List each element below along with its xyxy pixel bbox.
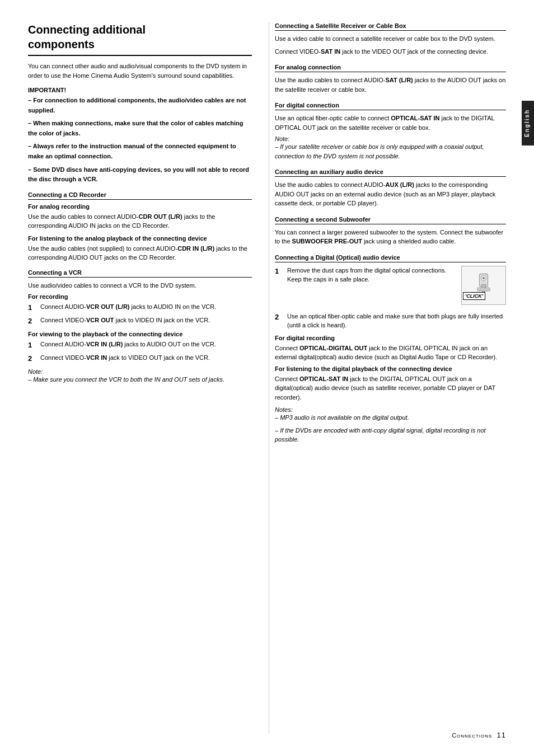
vcr-title: Connecting a VCR <box>28 269 252 278</box>
satellite-text: Connect VIDEO-SAT IN jack to the VIDEO O… <box>275 47 506 57</box>
important-label: IMPORTANT! <box>28 87 252 93</box>
viewing-item-2: 2 Connect VIDEO-VCR IN jack to VIDEO OUT… <box>28 353 252 364</box>
vcr-section: Connecting a VCR Use audio/video cables … <box>28 269 252 384</box>
digital-step-1-text: Remove the dust caps from the digital op… <box>287 266 456 284</box>
footer-page: 11 <box>497 731 506 739</box>
important-line-4: – Some DVD discs have anti-copying devic… <box>28 165 252 185</box>
language-tab: English <box>522 101 534 145</box>
satellite-intro: Use a video cable to connect a satellite… <box>275 34 506 44</box>
digital-note-text: – If your satellite receiver or cable bo… <box>275 142 506 161</box>
analog-recording-text: Use the audio cables to connect AUDIO-CD… <box>28 212 252 231</box>
optical-note-2: – If the DVDs are encoded with anti-copy… <box>275 426 506 444</box>
viewing-item-1: 1 Connect AUDIO-VCR IN (L/R) jacks to AU… <box>28 340 252 351</box>
important-box: IMPORTANT! – For connection to additiona… <box>28 87 252 185</box>
digital-note-label: Note: <box>275 135 506 142</box>
click-label: 'CLICK' <box>463 292 485 300</box>
footer: Connections 11 <box>452 731 506 739</box>
cd-recorder-section: Connecting a CD Recorder For analog reco… <box>28 191 252 262</box>
digital-step-2-text: Use an optical fiber-optic cable and mak… <box>287 312 506 330</box>
subwoofer-section: Connecting a second Subwoofer You can co… <box>275 216 506 246</box>
vcr-note-label: Note: <box>28 368 43 375</box>
analog-connection-title: For analog connection <box>275 64 506 72</box>
digital-step-2-list: 2 Use an optical fiber-optic cable and m… <box>275 312 506 330</box>
footer-label: Connections <box>452 732 492 739</box>
optical-connector-image: 'CLICK' <box>461 266 506 305</box>
optical-notes-label: Notes: <box>275 406 293 413</box>
recording-subtitle: For recording <box>28 293 252 300</box>
digital-optical-title: Connecting a Digital (Optical) audio dev… <box>275 254 506 262</box>
satellite-section: Connecting a Satellite Receiver or Cable… <box>275 22 506 56</box>
cd-recorder-title: Connecting a CD Recorder <box>28 191 252 200</box>
auxiliary-text: Use the audio cables to connect AUDIO-AU… <box>275 180 506 208</box>
digital-playback-subtitle: For listening to the digital playback of… <box>275 365 506 372</box>
auxiliary-section: Connecting an auxiliary audio device Use… <box>275 168 506 208</box>
optical-note-1: – MP3 audio is not available on the digi… <box>275 413 506 422</box>
digital-step-1: 1 Remove the dust caps from the digital … <box>275 266 456 284</box>
digital-optical-section: Connecting a Digital (Optical) audio dev… <box>275 254 506 444</box>
svg-rect-2 <box>477 288 490 291</box>
digital-playback-text: Connect OPTICAL-SAT IN jack to the DIGIT… <box>275 374 506 402</box>
right-column: Connecting a Satellite Receiver or Cable… <box>269 22 506 734</box>
digital-connection-title: For digital connection <box>275 102 506 110</box>
analog-playback-text: Use the audio cables (not supplied) to c… <box>28 244 252 262</box>
viewing-list: 1 Connect AUDIO-VCR IN (L/R) jacks to AU… <box>28 340 252 364</box>
intro-text: You can connect other audio and audio/vi… <box>28 62 252 80</box>
recording-item-1: 1 Connect AUDIO-VCR OUT (L/R) jacks to A… <box>28 302 252 313</box>
digital-connection-section: For digital connection Use an optical fi… <box>275 102 506 161</box>
left-column: Connecting additional components You can… <box>28 22 269 734</box>
digital-recording-subtitle: For digital recording <box>275 335 506 341</box>
important-line-1: – For connection to additional component… <box>28 96 252 115</box>
important-line-2: – When making connections, make sure tha… <box>28 119 252 138</box>
analog-connection-text: Use the audio cables to connect AUDIO-SA… <box>275 76 506 94</box>
analog-recording-subtitle: For analog recording <box>28 203 252 210</box>
analog-playback-subtitle: For listening to the analog playback of … <box>28 235 252 242</box>
subwoofer-title: Connecting a second Subwoofer <box>275 216 506 224</box>
main-title: Connecting additional components <box>28 22 252 56</box>
recording-item-2: 2 Connect VIDEO-VCR OUT jack to VIDEO IN… <box>28 316 252 327</box>
digital-optical-steps: 1 Remove the dust caps from the digital … <box>275 266 456 284</box>
satellite-title: Connecting a Satellite Receiver or Cable… <box>275 22 506 31</box>
vcr-intro: Use audio/video cables to connect a VCR … <box>28 281 252 290</box>
important-line-3: – Always refer to the instruction manual… <box>28 142 252 161</box>
viewing-subtitle: For viewing to the playback of the conne… <box>28 331 252 337</box>
recording-list: 1 Connect AUDIO-VCR OUT (L/R) jacks to A… <box>28 302 252 326</box>
svg-point-4 <box>483 276 485 279</box>
digital-step-2: 2 Use an optical fiber-optic cable and m… <box>275 312 506 330</box>
digital-recording-text: Connect OPTICAL-DIGITAL OUT jack to the … <box>275 344 506 362</box>
auxiliary-title: Connecting an auxiliary audio device <box>275 168 506 177</box>
analog-connection-section: For analog connection Use the audio cabl… <box>275 64 506 94</box>
digital-connection-text: Use an optical fiber-optic cable to conn… <box>275 114 506 132</box>
subwoofer-text: You can connect a larger powered subwoof… <box>275 228 506 246</box>
vcr-note-text: – Make sure you connect the VCR to both … <box>28 375 252 384</box>
